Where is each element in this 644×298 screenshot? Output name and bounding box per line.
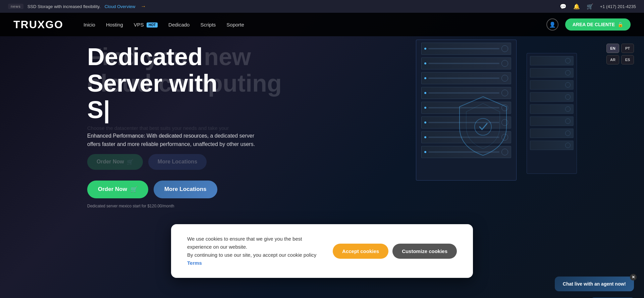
nav-soporte[interactable]: Soporte [226, 22, 244, 28]
cookie-text: We use cookies to ensure that we give yo… [187, 235, 319, 267]
cart-icon: 🛒 [130, 186, 138, 193]
cloud-overview-link[interactable]: Cloud Overview [105, 4, 136, 9]
navbar: TRUXGO Inicio Hosting VPS HOT Dedicado S… [0, 13, 644, 36]
hero-subtitle: Enhanced Performance: With dedicated res… [87, 132, 262, 149]
news-bar: news SSD Storage with increased flexibil… [0, 0, 644, 13]
cart-icon[interactable]: 🛒 [587, 3, 593, 10]
nav-inicio[interactable]: Inicio [84, 22, 95, 28]
cart-icon-ghost: 🛒 [127, 159, 133, 165]
order-now-ghost-button: Order Now 🛒 [87, 154, 143, 170]
server-rack-side [527, 53, 577, 174]
cursor: | [103, 96, 110, 123]
lang-es-button[interactable]: ES [621, 55, 634, 64]
shield-icon [456, 93, 510, 157]
lang-en-button[interactable]: EN [606, 44, 619, 53]
cookie-buttons: Accept cookies Customize cookies [333, 244, 457, 259]
arrow-icon: → [141, 3, 146, 9]
nav-user-icon[interactable]: 👤 [546, 18, 558, 31]
hero-note: Dedicated server mexico start for $120.0… [87, 204, 315, 208]
phone-number: +1 (417) 201-4235 [600, 4, 636, 9]
more-locations-ghost-button: More Locations [148, 154, 207, 170]
logo[interactable]: TRUXGO [13, 18, 63, 31]
cookie-banner: We use cookies to ensure that we give yo… [171, 224, 473, 278]
lang-row-1: EN PT [606, 44, 634, 53]
lang-ar-button[interactable]: AR [606, 55, 619, 64]
news-text: SSD Storage with increased flexibility. [28, 4, 101, 9]
cookie-terms-link[interactable]: Terms [187, 260, 202, 266]
lock-icon: 🔒 [618, 22, 623, 27]
nav-vps[interactable]: VPS HOT [134, 22, 158, 28]
vps-hot-badge: HOT [147, 22, 158, 28]
language-switcher: EN PT AR ES [606, 44, 634, 64]
hero-ghost-buttons: Order Now 🛒 More Locations [87, 154, 315, 170]
news-badge: news [8, 4, 23, 9]
chat-icon[interactable]: 💬 [560, 3, 567, 10]
hero-content: Find your newcloud computing DedicatedSe… [87, 44, 315, 208]
chat-widget[interactable]: ✕ Chat live with an agent now! [555, 277, 634, 291]
nav-dedicado[interactable]: Dedicado [168, 22, 190, 28]
lang-pt-button[interactable]: PT [621, 44, 634, 53]
chat-close-icon[interactable]: ✕ [630, 274, 637, 281]
server-visual [416, 40, 577, 214]
news-bar-right: 💬 🔔 🛒 +1 (417) 201-4235 [560, 3, 636, 10]
customize-cookies-button[interactable]: Customize cookies [392, 244, 457, 259]
hero-main-title: DedicatedServer withS| [87, 44, 315, 123]
client-area-button[interactable]: AREA DE CLIENTE 🔒 [565, 18, 631, 31]
nav-hosting[interactable]: Hosting [106, 22, 123, 28]
nav-links: Inicio Hosting VPS HOT Dedicado Scripts … [84, 22, 546, 28]
nav-right: 👤 AREA DE CLIENTE 🔒 [546, 18, 631, 31]
bell-icon[interactable]: 🔔 [573, 3, 580, 10]
hero-main-buttons: Order Now 🛒 More Locations [87, 181, 315, 198]
more-locations-button[interactable]: More Locations [154, 181, 217, 198]
svg-point-0 [475, 118, 491, 135]
accept-cookies-button[interactable]: Accept cookies [333, 244, 388, 259]
lang-row-2: AR ES [606, 55, 634, 64]
nav-scripts[interactable]: Scripts [200, 22, 216, 28]
order-now-button[interactable]: Order Now 🛒 [87, 181, 148, 198]
